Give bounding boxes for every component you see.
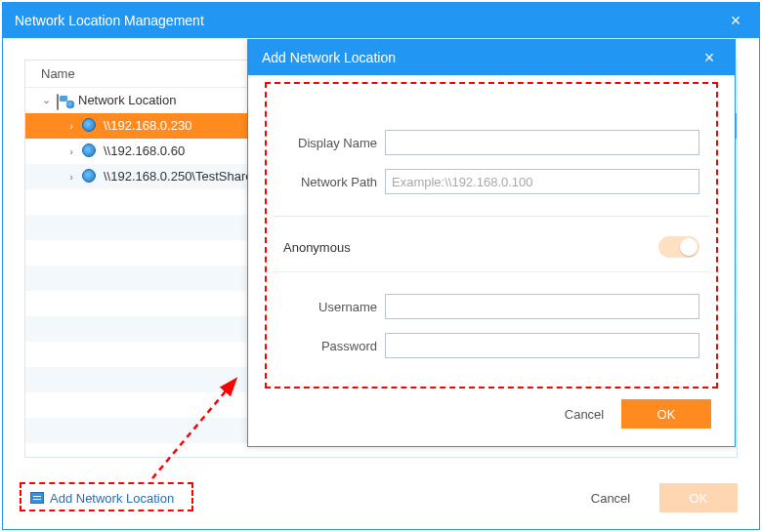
anonymous-row: Anonymous: [283, 236, 699, 258]
network-path-row: Network Path: [283, 169, 699, 194]
chevron-right-icon[interactable]: ›: [64, 171, 78, 183]
main-cancel-button[interactable]: Cancel: [572, 483, 650, 512]
tree-root-label: Network Location: [78, 93, 176, 107]
modal-titlebar: Add Network Location ×: [248, 40, 735, 75]
add-network-location-icon: [30, 492, 44, 504]
password-label: Password: [283, 339, 385, 353]
close-icon[interactable]: ×: [698, 48, 721, 68]
username-input[interactable]: [385, 294, 699, 319]
display-name-label: Display Name: [283, 136, 385, 150]
chevron-right-icon[interactable]: ›: [64, 120, 78, 132]
main-title: Network Location Management: [15, 13, 204, 28]
add-network-location-modal: Add Network Location × Display Name Netw…: [247, 39, 736, 447]
network-globe-icon: [82, 118, 98, 134]
anonymous-toggle[interactable]: [658, 236, 699, 258]
network-location-root-icon: [57, 93, 72, 108]
modal-title: Add Network Location: [262, 50, 396, 65]
password-row: Password: [283, 333, 699, 358]
section-separator: [274, 216, 709, 217]
modal-footer: Cancel OK: [248, 386, 735, 446]
network-path-label: Network Path: [283, 175, 385, 189]
main-ok-button[interactable]: OK: [659, 483, 738, 512]
tree-item-label: \\192.168.0.230: [104, 118, 191, 133]
add-network-location-link[interactable]: Add Network Location: [24, 487, 180, 510]
display-name-input[interactable]: [385, 130, 699, 155]
add-network-location-label: Add Network Location: [50, 491, 174, 506]
main-titlebar: Network Location Management ×: [3, 3, 759, 38]
main-footer: Add Network Location Cancel OK: [24, 480, 738, 515]
modal-body: Display Name Network Path Anonymous User…: [248, 75, 735, 386]
network-globe-icon: [82, 169, 98, 184]
toggle-knob: [680, 238, 698, 256]
username-label: Username: [283, 300, 385, 314]
password-input[interactable]: [385, 333, 699, 358]
anonymous-label: Anonymous: [283, 240, 351, 255]
modal-cancel-button[interactable]: Cancel: [555, 399, 614, 429]
network-globe-icon: [82, 143, 98, 159]
thin-separator: [274, 271, 709, 272]
display-name-row: Display Name: [283, 130, 699, 155]
tree-item-label: \\192.168.0.60: [104, 143, 185, 158]
chevron-down-icon[interactable]: ⌄: [39, 94, 53, 106]
network-path-input[interactable]: [385, 169, 699, 194]
tree-item-label: \\192.168.0.250\TestShare: [104, 169, 253, 184]
modal-ok-button[interactable]: OK: [621, 399, 711, 429]
main-footer-buttons: Cancel OK: [572, 483, 738, 512]
chevron-right-icon[interactable]: ›: [64, 145, 78, 157]
close-icon[interactable]: ×: [724, 11, 747, 31]
username-row: Username: [283, 294, 699, 319]
